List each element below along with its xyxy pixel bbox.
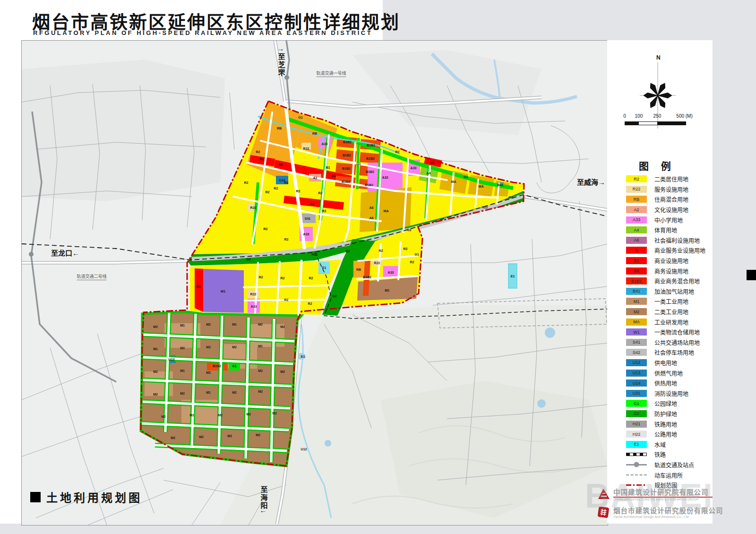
scale-ticks: 0100250500 (M) [625,113,686,120]
legend-item: U12供电用地 [626,358,716,368]
legend-title: 图 例 [639,158,676,172]
scale-tick: 100 [635,113,643,119]
legend-swatch: A4 [626,226,647,233]
company-name-en: Yantai Architectrual Design And Research… [613,515,713,518]
legend-item: H21铁路用地 [626,419,716,429]
legend-item: A6社会福利设施用地 [626,235,716,246]
company-name-zh: 中国建筑设计研究院有限公司 [613,487,713,498]
legend-item: G2防护绿地 [626,409,716,419]
legend-label: 水域 [654,440,666,448]
legend-item: U31消防设施用地 [626,388,716,398]
legend-label: 公园绿地 [654,399,677,407]
legend-label: 公共交通场站用地 [654,338,700,346]
legend-item: 动车运用所 [626,470,716,480]
legend-item: G1公园绿地 [626,398,716,409]
legend-label: 中小学用地 [654,216,683,224]
map-canvas [22,41,608,525]
legend-item: B1B2商业商务混合用地 [626,276,716,286]
legend-label: 消防设施用地 [654,389,688,397]
legend-label: 轨道交通及站点 [654,461,694,469]
legend-label: 铁路 [654,450,666,458]
legend-swatch: B1B2 [626,277,647,284]
company-logo-icon [597,488,610,502]
legend-swatch: H22 [626,431,647,438]
legend-swatch: U12 [626,359,647,366]
legend-label: 公路用地 [654,430,677,438]
registration-mark [747,270,756,280]
canvas-gray-top [383,0,756,40]
legend-label: 二类工业用地 [654,308,688,316]
title-block: 烟台市高铁新区延伸区东区控制性详细规划 RFGULATORY PLAN OF H… [0,0,383,40]
legend-swatch: B41 [626,288,647,295]
legend-item: M2二类工业用地 [626,307,716,317]
legend-label: 商业服务业设施用地 [654,246,705,254]
canvas-gray-right [713,0,756,534]
page-subtitle: RFGULATORY PLAN OF HIGH-SPEED RAILWAY NE… [33,29,372,36]
legend-swatch: E1 [626,441,647,448]
legend-item: S42社会停车场用地 [626,347,716,358]
legend-swatch: MA [626,319,647,326]
scale-bar-graphic [625,121,686,125]
legend-symbol-rail [626,451,647,458]
legend-item: A4体育用地 [626,225,716,235]
legend-swatch: U14 [626,379,647,387]
legend-item: A33中小学用地 [626,215,716,225]
legend-label: 社会福利设施用地 [654,236,700,244]
legend-item: B1商业设施用地 [626,256,716,266]
legend-item: A2文化设施用地 [626,205,716,215]
legend-item: RB住商混合用地 [626,194,716,205]
legend-swatch: A33 [626,216,647,224]
legend-swatch: W1 [626,328,647,336]
legend-label: 社会停车场用地 [654,348,694,356]
legend-swatch: G2 [626,410,647,417]
legend-symbol-depot [626,472,647,479]
credit-entry: 中国建筑设计研究院有限公司CHINA ARCHITECTURE DESIGN &… [613,487,713,501]
legend-label: 加油加气站用地 [654,287,694,295]
legend-label: 服务设施用地 [654,185,688,193]
legend-item: S41公共交通场站用地 [626,337,716,348]
legend-item: M1一类工业用地 [626,296,716,307]
legend-label: 文化设施用地 [654,206,688,214]
legend-item: B41加油加气站用地 [626,286,716,297]
legend-swatch: H21 [626,421,647,428]
legend-swatch: B [626,247,647,254]
legend-item: W1一类物流仓储用地 [626,327,716,337]
legend-swatch: R2 [626,175,647,182]
legend-list: R2二类居住用地R22服务设施用地RB住商混合用地A2文化设施用地A33中小学用… [626,174,716,490]
legend-item: U14供热用地 [626,378,716,388]
legend-item: R22服务设施用地 [626,184,716,195]
legend-item: MA工业研发用地 [626,317,716,327]
legend-item: E1水域 [626,439,716,449]
legend-label: 商务设施用地 [654,267,688,275]
legend-label: 供热用地 [654,379,677,387]
legend-swatch: A6 [626,237,647,244]
legend-swatch: B2 [626,267,647,275]
legend-swatch: M2 [626,308,647,315]
landuse-map: 土地利用规划图 G1RBRBA33R22R2R2B1A2B1B1R2R2R22R… [21,40,608,525]
legend-label: 供电用地 [654,359,677,367]
company-name-zh: 烟台市建筑设计研究股份有限公司 [613,505,713,515]
legend-item: 铁路 [626,449,716,460]
scale-tick: 0 [623,113,626,119]
scale-bar: 0100250500 (M) [625,113,686,129]
legend-item: B2商务设施用地 [626,266,716,276]
legend-swatch: M1 [626,298,647,305]
legend-label: 供燃气用地 [654,369,683,377]
logistics-parcel-w1 [203,269,244,313]
company-logo-icon [597,506,610,520]
legend-label: 一类物流仓储用地 [654,328,700,336]
company-name-en: CHINA ARCHITECTURE DESIGN & RESEARCH GRO… [613,498,713,501]
legend-label: 防护绿地 [654,410,677,418]
legend-label: 体育用地 [654,226,677,234]
legend-label: 一类工业用地 [654,297,688,305]
legend-swatch: G1 [626,400,647,407]
legend-item: R2二类居住用地 [626,174,716,184]
legend-label: 铁路用地 [654,420,677,428]
legend-swatch: S41 [626,339,647,346]
legend-swatch: B1 [626,257,647,264]
scale-tick: 250 [653,113,662,119]
legend-item: B商业服务业设施用地 [626,245,716,256]
legend-swatch: U31 [626,390,647,397]
legend-swatch: R22 [626,186,647,193]
credits-block: 中国建筑设计研究院有限公司CHINA ARCHITECTURE DESIGN &… [613,487,713,523]
